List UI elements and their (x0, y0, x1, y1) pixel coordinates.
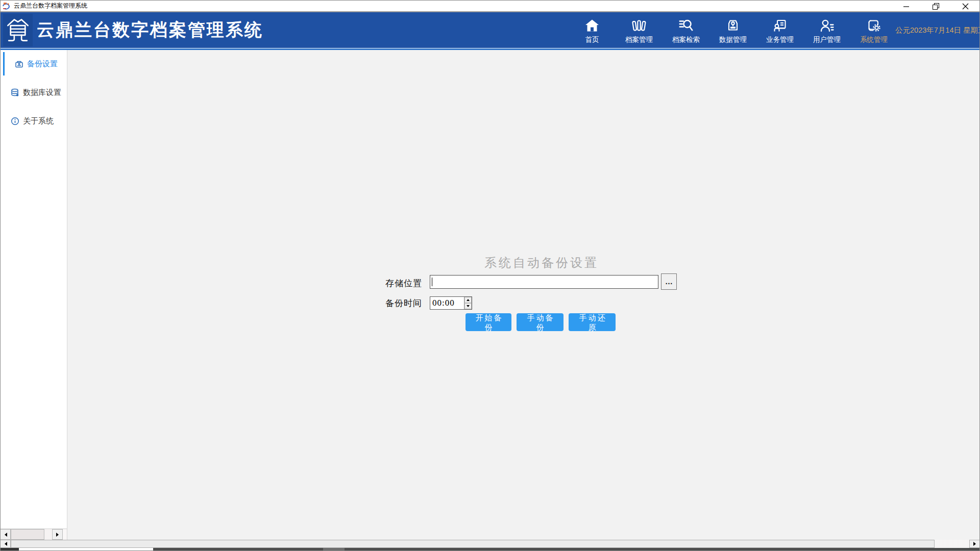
text-caret (432, 278, 432, 286)
nav-item-business-management[interactable]: 业务管理 (766, 16, 794, 44)
close-button[interactable] (950, 0, 980, 12)
arrow-up-icon (467, 297, 470, 301)
business-icon (773, 16, 787, 33)
scroll-right-button[interactable] (52, 529, 63, 540)
nav-item-archive-management[interactable]: 档案管理 (625, 16, 653, 44)
scroll-right-button[interactable] (969, 540, 980, 548)
nav-item-system-management[interactable]: 系统管理 (860, 16, 888, 44)
app-header: 云鼎兰台数字档案管理系统 首页 (0, 12, 980, 48)
close-icon (962, 3, 969, 10)
scroll-left-button[interactable] (0, 529, 11, 540)
strip-segment (0, 548, 19, 551)
content-row: 备份设置 数据库设置 (0, 50, 980, 540)
nav-label: 业务管理 (766, 35, 794, 44)
nav-label: 首页 (585, 35, 599, 44)
window-title: 云鼎兰台数字档案管理系统 (14, 2, 87, 10)
arrow-right-icon (56, 533, 61, 537)
arrow-left-icon (3, 542, 7, 546)
spin-up-button[interactable] (464, 297, 472, 303)
search-icon (679, 16, 693, 33)
main-horizontal-scrollbar (0, 540, 980, 548)
scrollbar-track[interactable] (935, 540, 969, 548)
header-date: 公元2023年7月14日 星期五 (895, 12, 980, 48)
nav-label: 用户管理 (813, 35, 841, 44)
sidebar: 备份设置 数据库设置 (0, 50, 67, 540)
arrow-left-icon (3, 533, 7, 537)
form-title: 系统自动备份设置 (484, 255, 599, 271)
backup-icon (14, 59, 23, 68)
scrollbar-track[interactable] (44, 529, 52, 540)
scrollbar-track-end (63, 529, 67, 540)
strip-segment (323, 548, 345, 551)
nav-label: 数据管理 (719, 35, 747, 44)
system-gear-icon (867, 16, 881, 33)
sidebar-item-about-system[interactable]: 关于系统 (0, 109, 67, 133)
sidebar-item-label: 数据库设置 (23, 88, 61, 97)
spin-down-button[interactable] (464, 303, 472, 309)
restore-button[interactable] (921, 0, 950, 12)
window-controls (891, 0, 980, 12)
data-box-icon (726, 16, 740, 33)
nav-item-archive-search[interactable]: 档案检索 (672, 16, 700, 44)
app-icon (2, 2, 11, 10)
nav-label: 档案管理 (625, 35, 653, 44)
main-panel: 系统自动备份设置 存储位置 … 备份时间 00:00 开始备份 手动备份 手动还… (67, 50, 980, 540)
users-icon (820, 16, 834, 33)
arrow-right-icon (973, 542, 978, 546)
restore-icon (933, 3, 939, 10)
about-info-icon (10, 116, 19, 126)
nav-label: 系统管理 (860, 35, 888, 44)
sidebar-item-label: 备份设置 (27, 59, 58, 69)
sidebar-items: 备份设置 数据库设置 (0, 50, 67, 529)
manual-restore-button[interactable]: 手动还原 (569, 313, 616, 331)
backup-time-spinner[interactable]: 00:00 (430, 296, 472, 310)
titlebar: 云鼎兰台数字档案管理系统 (0, 0, 980, 12)
application-window: 云鼎兰台数字档案管理系统 (0, 0, 980, 551)
strip-segment (19, 548, 153, 551)
home-icon (585, 16, 599, 33)
arrow-down-icon (467, 305, 470, 309)
bottom-edge-strip (0, 548, 980, 551)
storage-location-label: 存储位置 (385, 278, 422, 289)
sidebar-item-database-settings[interactable]: 数据库设置 (0, 81, 67, 104)
nav-item-data-management[interactable]: 数据管理 (719, 16, 747, 44)
sidebar-item-backup-settings[interactable]: 备份设置 (0, 52, 67, 76)
storage-location-input[interactable] (430, 275, 658, 289)
scroll-left-button[interactable] (0, 540, 11, 548)
sidebar-horizontal-scrollbar (0, 529, 67, 540)
archives-icon (632, 16, 646, 33)
nav-label: 档案检索 (672, 35, 700, 44)
minimize-icon (903, 3, 910, 10)
scrollbar-thumb[interactable] (11, 540, 935, 548)
scrollbar-thumb[interactable] (11, 529, 44, 540)
nav-item-user-management[interactable]: 用户管理 (813, 16, 841, 44)
browse-button[interactable]: … (661, 273, 677, 290)
nav-item-home[interactable]: 首页 (578, 16, 606, 44)
backup-time-label: 备份时间 (385, 297, 422, 309)
archive-seal-logo-icon (3, 14, 33, 46)
app-title: 云鼎兰台数字档案管理系统 (37, 18, 263, 42)
minimize-button[interactable] (891, 0, 921, 12)
start-backup-button[interactable]: 开始备份 (465, 313, 511, 331)
manual-backup-button[interactable]: 手动备份 (517, 313, 564, 331)
spinner-buttons (464, 297, 472, 309)
database-icon (10, 88, 19, 97)
backup-time-value[interactable]: 00:00 (430, 297, 464, 309)
sidebar-item-label: 关于系统 (23, 116, 54, 126)
main-nav: 首页 档案管理 (578, 12, 888, 48)
